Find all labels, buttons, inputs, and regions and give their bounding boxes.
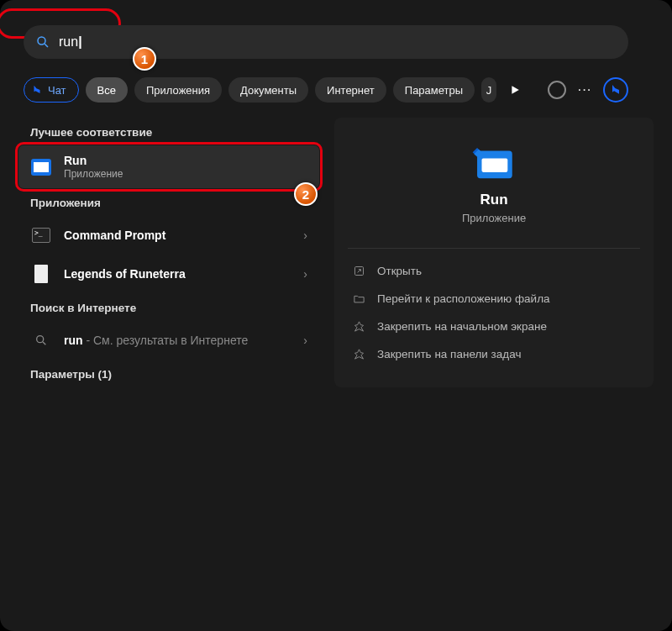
action-open[interactable]: Открыть: [334, 257, 654, 285]
folder-icon: [353, 292, 365, 305]
pin-icon: [353, 348, 365, 360]
result-run[interactable]: Run Приложение: [18, 145, 319, 188]
bing-button[interactable]: [603, 77, 628, 103]
action-file-location[interactable]: Перейти к расположению файла: [334, 285, 654, 313]
result-run-title: Run: [64, 154, 307, 167]
filter-internet-label: Интернет: [327, 84, 375, 97]
filter-overflow[interactable]: J: [481, 77, 496, 103]
bing-icon: [609, 83, 622, 97]
search-input-value: run: [59, 34, 78, 50]
chevron-right-icon: ›: [303, 334, 307, 347]
details-title: Run: [334, 192, 654, 208]
run-large-icon: [470, 143, 518, 183]
run-app-icon: [30, 156, 52, 178]
section-web: Поиск в Интернете: [18, 293, 319, 321]
filter-row: Чат Все Приложения Документы Интернет Па…: [24, 77, 628, 103]
callout-badge-1: 1: [133, 47, 156, 71]
result-lor-title: Legends of Runeterra: [64, 267, 303, 281]
filter-apps-label: Приложения: [146, 84, 210, 97]
filter-settings[interactable]: Параметры: [393, 77, 475, 103]
filter-all[interactable]: Все: [86, 77, 128, 103]
svg-rect-5: [482, 159, 508, 172]
pin-icon: [353, 320, 365, 333]
account-avatar[interactable]: [548, 81, 566, 99]
action-pin-start[interactable]: Закрепить на начальном экране: [334, 313, 654, 340]
text-caret: |: [78, 34, 81, 50]
play-icon: [510, 85, 520, 95]
divider: [348, 248, 640, 249]
action-pin-taskbar[interactable]: Закрепить на панели задач: [334, 340, 654, 368]
result-web-search[interactable]: run - См. результаты в Интернете ›: [18, 321, 319, 360]
more-button[interactable]: ···: [573, 78, 596, 102]
filter-chat[interactable]: Чат: [24, 77, 79, 103]
callout-badge-2: 2: [294, 182, 318, 206]
svg-point-2: [37, 336, 44, 343]
action-open-label: Открыть: [377, 265, 422, 277]
action-pin-start-label: Закрепить на начальном экране: [377, 320, 547, 333]
results-panel: Лучшее соответствие Run Приложение Прило…: [18, 118, 319, 387]
magnifier-icon: [30, 329, 52, 351]
section-settings: Параметры (1): [18, 360, 319, 387]
document-icon: [30, 263, 52, 285]
chevron-right-icon: ›: [303, 229, 307, 242]
filter-docs[interactable]: Документы: [228, 77, 308, 103]
cmd-icon: [30, 224, 52, 246]
filter-docs-label: Документы: [240, 84, 297, 97]
details-subtitle: Приложение: [334, 212, 654, 224]
result-cmd-title: Command Prompt: [64, 229, 303, 242]
section-apps: Приложения: [18, 188, 319, 216]
bing-chat-icon: [31, 84, 43, 96]
filter-all-label: Все: [97, 84, 116, 97]
result-web-text: run - См. результаты в Интернете: [64, 334, 303, 347]
open-icon: [353, 265, 365, 277]
filter-internet[interactable]: Интернет: [315, 77, 386, 103]
action-pin-taskbar-label: Закрепить на панели задач: [377, 348, 521, 360]
result-run-subtitle: Приложение: [64, 168, 307, 180]
section-best-match: Лучшее соответствие: [18, 118, 319, 145]
details-panel: Run Приложение Открыть Перейти к располо…: [334, 118, 654, 387]
result-legends-runeterra[interactable]: Legends of Runeterra ›: [18, 255, 319, 293]
search-bar[interactable]: run|: [24, 25, 628, 59]
svg-line-3: [43, 342, 45, 344]
action-file-location-label: Перейти к расположению файла: [377, 292, 550, 305]
filter-settings-label: Параметры: [405, 84, 463, 97]
scroll-right-button[interactable]: [503, 78, 527, 102]
filter-apps[interactable]: Приложения: [134, 77, 222, 103]
svg-point-0: [38, 37, 45, 45]
result-command-prompt[interactable]: Command Prompt ›: [18, 216, 319, 255]
search-icon: [35, 34, 50, 50]
filter-chat-label: Чат: [48, 84, 66, 97]
svg-line-1: [45, 44, 48, 47]
chevron-right-icon: ›: [303, 267, 307, 281]
